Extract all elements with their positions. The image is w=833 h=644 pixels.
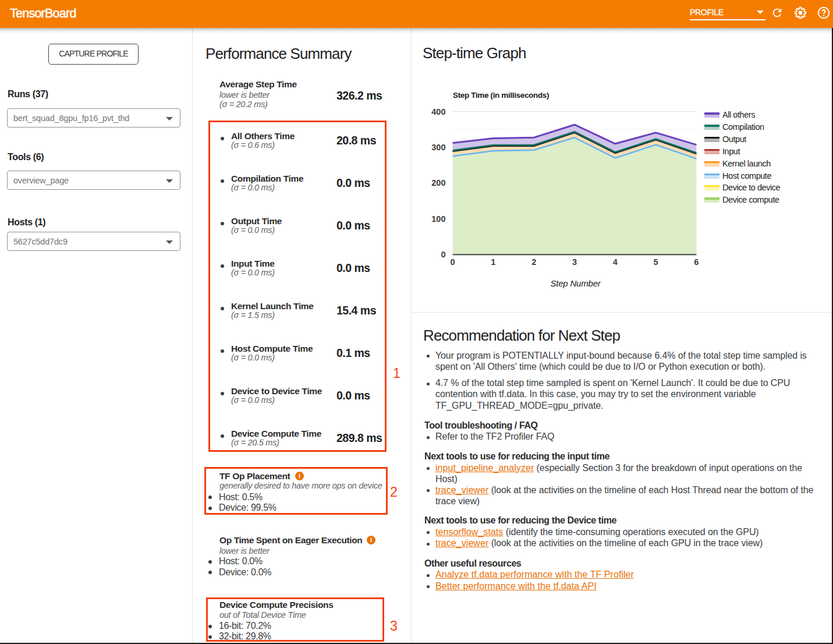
svg-text:5: 5 xyxy=(654,257,658,267)
svg-text:2: 2 xyxy=(531,257,536,267)
svg-text:100: 100 xyxy=(431,214,445,224)
svg-text:0: 0 xyxy=(441,250,445,259)
svg-text:4: 4 xyxy=(613,257,618,267)
svg-text:1: 1 xyxy=(491,257,495,267)
svg-text:0: 0 xyxy=(451,257,455,267)
svg-text:6: 6 xyxy=(694,257,699,267)
svg-text:Step Time (in milliseconds): Step Time (in milliseconds) xyxy=(453,91,549,100)
svg-text:200: 200 xyxy=(431,178,445,187)
svg-text:300: 300 xyxy=(431,143,445,152)
svg-text:3: 3 xyxy=(572,257,577,267)
svg-text:Step Number: Step Number xyxy=(550,278,601,288)
svg-text:400: 400 xyxy=(431,107,445,116)
